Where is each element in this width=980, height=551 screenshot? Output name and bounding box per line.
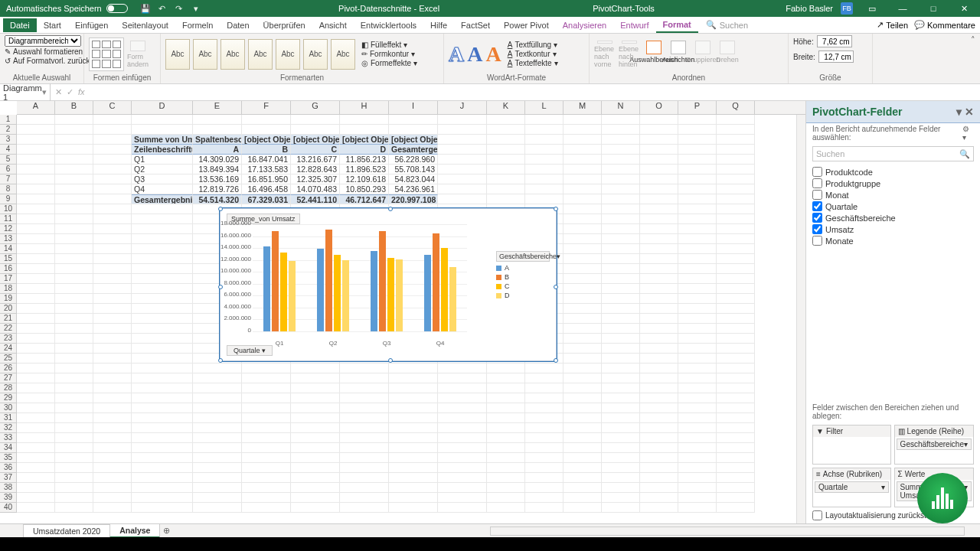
shape-style-3[interactable]: Abc [220,39,245,70]
col-header[interactable]: K [487,101,525,114]
shape-outline-button[interactable]: ✏ Formkontur ▾ [361,50,417,58]
field-checkbox[interactable]: Monate [812,235,974,246]
row-header[interactable]: 3 [0,135,16,145]
row-header[interactable]: 33 [0,433,16,443]
area-filter[interactable]: ▼ Filter [812,425,891,465]
col-header[interactable]: O [640,101,678,114]
tab-ueberpruefen[interactable]: Überprüfen [256,18,312,32]
row-header[interactable]: 2 [0,125,16,135]
redo-icon[interactable]: ↷ [174,3,185,14]
area-axis[interactable]: ≡ Achse (Rubriken) Quartale▾ [812,468,891,507]
row-header[interactable]: 18 [0,284,16,294]
field-search[interactable]: Suchen🔍 [812,146,974,161]
text-outline-button[interactable]: A Textkontur ▾ [508,50,558,58]
tab-seitenlayout[interactable]: Seitenlayout [115,18,175,32]
row-header[interactable]: 37 [0,473,16,483]
area-legend[interactable]: ▥ Legende (Reihe) Geschäftsbereiche▾ [894,425,974,465]
tab-einfuegen[interactable]: Einfügen [68,18,115,32]
col-header[interactable]: A [17,101,55,114]
row-header[interactable]: 32 [0,423,16,433]
row-header[interactable]: 24 [0,344,16,354]
format-selection-button[interactable]: ✎ Auswahl formatieren [5,47,79,56]
row-header[interactable]: 19 [0,294,16,304]
pivot-chart[interactable]: Summe_von Umsatz 18.000.00016.000.00014.… [220,208,557,361]
tab-formeln[interactable]: Formeln [175,18,220,32]
chart-legend[interactable]: Geschäftsbereiche▾ ABCD [496,251,550,301]
col-header[interactable]: I [389,101,438,114]
tell-me-search[interactable]: 🔍 Suchen [706,20,748,30]
fx-icon[interactable]: fx [78,87,85,97]
row-header[interactable]: 22 [0,324,16,334]
tab-entwicklertools[interactable]: Entwicklertools [354,18,423,32]
col-header[interactable]: M [564,101,602,114]
shape-style-6[interactable]: Abc [303,39,328,70]
cancel-fx-icon[interactable]: ✕ [55,87,62,97]
field-checkbox[interactable]: Monat [812,189,974,201]
row-header[interactable]: 15 [0,254,16,264]
tab-start[interactable]: Start [37,18,68,32]
row-header[interactable]: 7 [0,174,16,184]
text-fill-button[interactable]: A Textfüllung ▾ [508,41,558,49]
maximize-icon[interactable]: □ [922,0,945,17]
user-badge[interactable]: FB [841,2,853,15]
tab-format[interactable]: Format [656,18,698,33]
col-header[interactable]: B [55,101,93,114]
row-header[interactable]: 20 [0,304,16,314]
row-header[interactable]: 17 [0,274,16,284]
shape-style-2[interactable]: Abc [193,39,217,70]
row-header[interactable]: 10 [0,204,16,214]
tab-entwurf[interactable]: Entwurf [613,18,655,32]
row-header[interactable]: 13 [0,234,16,244]
undo-icon[interactable]: ↶ [157,3,168,14]
row-header[interactable]: 35 [0,453,16,463]
col-header[interactable]: L [525,101,564,114]
sheet-tab-umsatzdaten[interactable]: Umsatzdaten 2020 [23,524,110,538]
col-header[interactable]: H [340,101,389,114]
row-header[interactable]: 40 [0,503,16,513]
col-header[interactable]: C [93,101,132,114]
row-header[interactable]: 23 [0,334,16,344]
col-header[interactable]: D [132,101,193,114]
col-header[interactable]: E [193,101,242,114]
minimize-icon[interactable]: — [891,0,914,17]
user-name[interactable]: Fabio Basler [786,4,833,13]
row-header[interactable]: 1 [0,115,16,125]
area-item-axis[interactable]: Quartale▾ [815,481,889,493]
align-button[interactable]: Ausrichten [668,41,689,68]
tab-hilfe[interactable]: Hilfe [423,18,454,32]
name-box[interactable]: Diagramm 1▾ [0,83,51,102]
tab-file[interactable]: Datei [3,18,37,32]
autosave-toggle[interactable] [106,4,128,13]
tab-ansicht[interactable]: Ansicht [312,18,354,32]
shape-style-5[interactable]: Abc [276,39,300,70]
fieldpane-close-icon[interactable]: ✕ [965,106,974,118]
row-header[interactable]: 39 [0,493,16,503]
shape-style-1[interactable]: Abc [165,39,190,70]
horizontal-scrollbar[interactable] [490,527,965,536]
field-checkbox[interactable]: Umsatz [812,223,974,235]
row-header[interactable]: 12 [0,224,16,234]
row-header[interactable]: 16 [0,264,16,274]
chart-axis-button[interactable]: Quartale ▾ [227,345,273,356]
area-item-legend[interactable]: Geschäftsbereiche▾ [897,439,972,450]
tab-analysieren[interactable]: Analysieren [556,18,613,32]
field-checkbox[interactable]: Produktcode [812,166,974,178]
shape-effects-button[interactable]: ◎ Formeffekte ▾ [361,59,417,67]
wordart-style-2[interactable]: A [467,42,482,67]
row-header[interactable]: 14 [0,244,16,254]
shape-fill-button[interactable]: ◧ Fülleffekt ▾ [361,41,417,49]
add-sheet-button[interactable]: ⊕ [159,526,173,536]
height-input[interactable] [817,35,852,47]
col-header[interactable]: N [602,101,640,114]
row-header[interactable]: 34 [0,443,16,453]
col-header[interactable]: J [438,101,487,114]
row-header[interactable]: 26 [0,364,16,373]
row-header[interactable]: 21 [0,314,16,324]
row-header[interactable]: 27 [0,373,16,383]
row-header[interactable]: 25 [0,354,16,364]
chart-element-dropdown[interactable]: Diagrammbereich [5,35,81,47]
comments-button[interactable]: 💬 Kommentare [914,20,975,30]
field-checkbox[interactable]: Geschäftsbereiche [812,212,974,223]
row-header[interactable]: 28 [0,383,16,393]
qat-more-icon[interactable]: ▾ [191,3,201,14]
